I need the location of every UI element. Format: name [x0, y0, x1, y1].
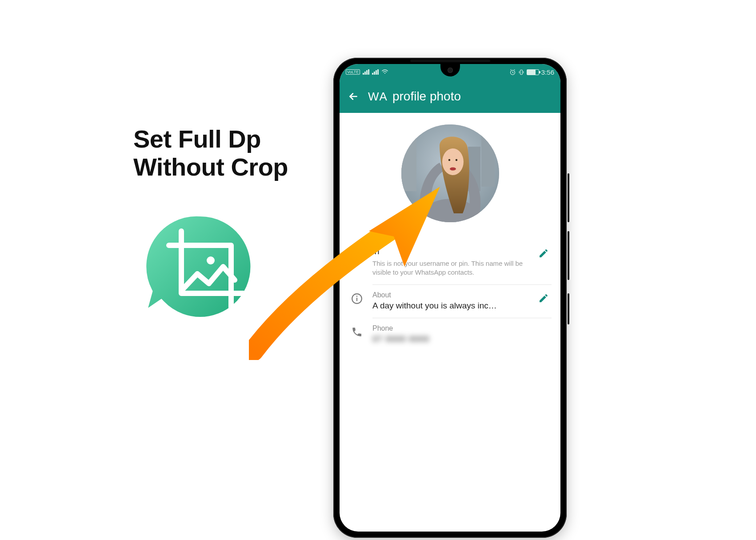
svg-rect-2 [520, 70, 522, 75]
phone-value-blurred: 07 0000 0000 [372, 334, 549, 344]
phone-side-button [568, 231, 569, 280]
svg-point-7 [442, 148, 464, 175]
about-row: About A day without you is always inc… [340, 285, 560, 318]
info-icon [351, 293, 363, 304]
app-bar: WA profile photo [340, 80, 560, 113]
about-label: About [372, 291, 528, 299]
speech-bubble-icon [141, 212, 254, 321]
alarm-icon [509, 69, 516, 76]
wifi-icon [381, 69, 388, 75]
svg-rect-4 [401, 138, 416, 191]
profile-content: in This is not your username or pin. Thi… [340, 113, 560, 351]
svg-point-8 [450, 168, 456, 171]
signal-icon [372, 69, 379, 75]
status-time: 3:56 [541, 68, 554, 76]
svg-rect-5 [481, 133, 495, 187]
phone-mockup: VoLTE 3:56 [333, 58, 567, 538]
pencil-icon[interactable] [538, 293, 549, 304]
pencil-icon[interactable] [538, 248, 549, 259]
name-hint: This is not your username or pin. This n… [372, 259, 528, 277]
headline-line2: Without Crop [133, 153, 288, 181]
back-arrow-icon[interactable] [348, 91, 359, 102]
profile-photo[interactable] [401, 124, 499, 222]
app-logo [133, 204, 267, 338]
phone-side-button [568, 293, 569, 324]
svg-point-10 [455, 159, 457, 161]
about-value: A day without you is always inc… [372, 301, 528, 311]
phone-earpiece [410, 60, 490, 62]
profile-name-fragment: in [372, 246, 528, 256]
phone-icon [351, 326, 363, 338]
appbar-heading: profile photo [392, 89, 461, 104]
name-row: in This is not your username or pin. Thi… [340, 240, 560, 284]
phone-side-button [568, 173, 569, 222]
vibrate-icon [518, 69, 524, 76]
svg-point-0 [207, 256, 215, 264]
headline-line1: Set Full Dp [133, 125, 261, 153]
signal-icon [363, 69, 369, 75]
carrier-badge: VoLTE [346, 69, 360, 75]
svg-point-9 [448, 159, 450, 161]
appbar-title: WA profile photo [368, 89, 461, 104]
battery-icon [527, 69, 539, 75]
svg-point-13 [356, 296, 358, 297]
wa-label: WA [368, 90, 388, 104]
marketing-headline: Set Full Dp Without Crop [133, 125, 288, 181]
phone-label: Phone [372, 324, 549, 332]
phone-row: Phone 07 0000 0000 [340, 318, 560, 351]
